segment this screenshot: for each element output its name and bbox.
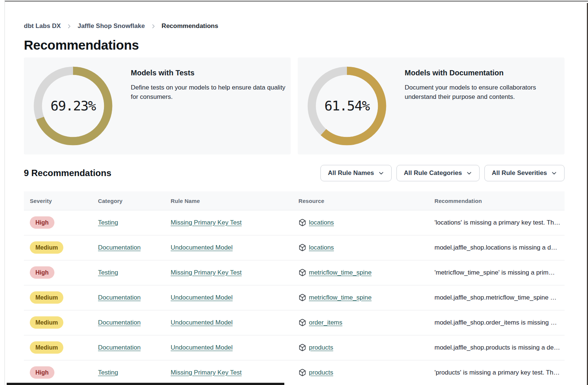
severity-badge: High	[30, 216, 54, 229]
resource-link[interactable]: locations	[309, 219, 334, 226]
table-row: Medium Documentation Undocumented Model …	[24, 335, 565, 360]
chevron-down-icon	[466, 170, 472, 176]
severity-badge: High	[30, 366, 54, 379]
chevron-down-icon	[551, 170, 557, 176]
severity-badge: Medium	[30, 316, 63, 329]
recommendations-count: 9 Recommendations	[24, 168, 111, 178]
breadcrumb-item-dbt-labs-dx[interactable]: dbt Labs DX	[24, 22, 61, 30]
category-link[interactable]: Documentation	[98, 244, 140, 251]
metric-description: Document your models to ensure collabora…	[405, 83, 565, 102]
filter-rule-names-dropdown[interactable]: All Rule Names	[320, 165, 392, 181]
metric-value: 61.54%	[307, 66, 386, 145]
table-row: Medium Documentation Undocumented Model …	[24, 285, 565, 310]
cube-icon	[298, 294, 306, 301]
severity-badge: Medium	[30, 341, 63, 354]
cube-icon	[298, 319, 306, 326]
chevron-down-icon	[378, 170, 384, 176]
rule-name-link[interactable]: Undocumented Model	[171, 294, 233, 301]
filter-rule-categories-dropdown[interactable]: All Rule Categories	[396, 165, 480, 181]
metric-value: 69.23%	[34, 66, 113, 145]
cube-icon	[298, 344, 306, 351]
breadcrumb-item-recommendations: Recommendations	[162, 22, 218, 30]
column-header-category: Category	[92, 191, 165, 210]
table-body: High Testing Missing Primary Key Test lo…	[24, 210, 565, 385]
main-content: dbt Labs DX Jaffle Shop Snowflake Recomm…	[24, 22, 565, 385]
category-link[interactable]: Documentation	[98, 319, 140, 326]
cube-icon	[298, 244, 306, 251]
resource-link[interactable]: metricflow_time_spine	[309, 269, 372, 276]
chevron-right-icon	[151, 24, 156, 29]
filter-label: All Rule Names	[328, 169, 374, 177]
category-link[interactable]: Testing	[98, 219, 118, 226]
recommendation-text: 'metricflow_time_spine' is missing a pri…	[434, 269, 555, 276]
severity-badge: High	[30, 266, 54, 279]
rule-name-link[interactable]: Undocumented Model	[171, 244, 233, 251]
resource-link[interactable]: metricflow_time_spine	[309, 294, 372, 301]
column-header-recommendation: Recommendation	[429, 191, 565, 210]
recommendation-text: 'products' is missing a primary key test…	[434, 369, 560, 376]
table-row: High Testing Missing Primary Key Test lo…	[24, 210, 565, 235]
chevron-right-icon	[66, 24, 72, 29]
table-header-row: Severity Category Rule Name Resource Rec…	[24, 191, 565, 210]
frame-top-border	[5, 1, 588, 1]
metric-card: 61.54% Models with Documentation Documen…	[298, 57, 565, 154]
filter-label: All Rule Categories	[404, 169, 462, 177]
resource-link[interactable]: locations	[309, 244, 334, 251]
filter-rule-severities-dropdown[interactable]: All Rule Severities	[484, 165, 565, 181]
recommendation-text: model.jaffle_shop.metricflow_time_spine …	[434, 294, 557, 301]
resource-link[interactable]: products	[309, 369, 333, 376]
table-row: Medium Documentation Undocumented Model …	[24, 310, 565, 335]
cube-icon	[298, 369, 306, 376]
rule-name-link[interactable]: Undocumented Model	[171, 319, 233, 326]
breadcrumb: dbt Labs DX Jaffle Shop Snowflake Recomm…	[24, 22, 565, 31]
recommendations-table: Severity Category Rule Name Resource Rec…	[24, 191, 565, 385]
metrics-row: 69.23% Models with Tests Define tests on…	[24, 57, 565, 154]
filters-row: All Rule Names All Rule Categories All R…	[320, 165, 565, 181]
metric-text: Models with Tests Define tests on your m…	[131, 69, 291, 154]
cube-icon	[298, 219, 306, 226]
table-row: Medium Documentation Undocumented Model …	[24, 235, 565, 260]
column-header-resource: Resource	[293, 191, 429, 210]
metric-card: 69.23% Models with Tests Define tests on…	[24, 57, 291, 154]
cube-icon	[298, 269, 306, 276]
recommendation-text: model.jaffle_shop.products is missing a …	[434, 344, 560, 351]
category-link[interactable]: Testing	[98, 269, 118, 276]
column-header-severity: Severity	[24, 191, 92, 210]
recommendation-text: model.jaffle_shop.order_items is missing…	[434, 319, 557, 326]
metric-text: Models with Documentation Document your …	[405, 69, 565, 154]
category-link[interactable]: Documentation	[98, 294, 140, 301]
table-row: High Testing Missing Primary Key Test me…	[24, 260, 565, 285]
rule-name-link[interactable]: Missing Primary Key Test	[171, 219, 242, 226]
severity-badge: Medium	[30, 241, 63, 254]
donut-chart-models-with-documentation: 61.54%	[307, 66, 386, 145]
filter-label: All Rule Severities	[492, 169, 547, 177]
category-link[interactable]: Testing	[98, 369, 118, 376]
rule-name-link[interactable]: Undocumented Model	[171, 344, 233, 351]
severity-badge: Medium	[30, 291, 63, 304]
bottom-cutoff-strip	[7, 383, 284, 385]
list-header: 9 Recommendations All Rule Names All Rul…	[24, 165, 565, 181]
breadcrumb-item-jaffle-shop-snowflake[interactable]: Jaffle Shop Snowflake	[78, 22, 145, 30]
metric-title: Models with Documentation	[405, 69, 565, 77]
metric-description: Define tests on your models to help ensu…	[131, 83, 291, 102]
metric-title: Models with Tests	[131, 69, 291, 77]
category-link[interactable]: Documentation	[98, 344, 140, 351]
resource-link[interactable]: products	[309, 344, 333, 351]
resource-link[interactable]: order_items	[309, 319, 342, 326]
recommendation-text: model.jaffle_shop.locations is missing a…	[434, 244, 557, 251]
column-header-rule-name: Rule Name	[165, 191, 293, 210]
page-title: Recommendations	[24, 38, 565, 53]
table-row: High Testing Missing Primary Key Test pr…	[24, 360, 565, 385]
recommendation-text: 'locations' is missing a primary key tes…	[434, 219, 560, 226]
rule-name-link[interactable]: Missing Primary Key Test	[171, 369, 242, 376]
rule-name-link[interactable]: Missing Primary Key Test	[171, 269, 242, 276]
donut-chart-models-with-tests: 69.23%	[34, 66, 113, 145]
frame-left-border	[4, 0, 5, 385]
